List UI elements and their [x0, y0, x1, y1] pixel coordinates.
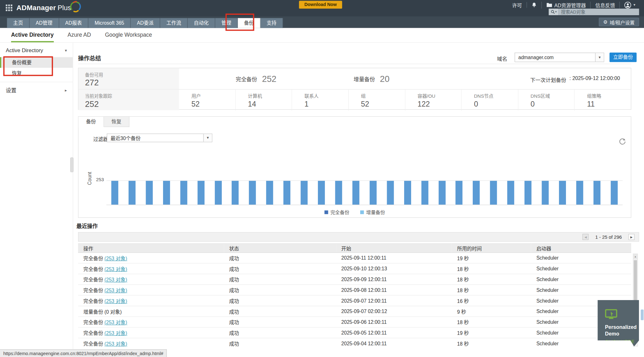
column-header-启动器[interactable]: 启动器 — [531, 243, 631, 253]
apps-grid-icon[interactable] — [6, 4, 13, 12]
scroll-up-icon[interactable]: ▲ — [633, 254, 637, 259]
chart-legend: 完全备份增量备份 — [78, 209, 631, 215]
sidebar-item-恢复[interactable]: 恢复 — [0, 68, 73, 78]
bar-23 — [490, 181, 497, 205]
table-row: 增量备份 (0 对象)成功2025-09-07 02:00:129 秒Sched… — [78, 306, 631, 317]
cell-start-time: 2025-09-09 12:00:11 — [336, 274, 452, 285]
recent-operations-title: 最近操作 — [76, 222, 98, 230]
logo-primary: ADManager — [16, 4, 56, 12]
column-header-开始[interactable]: 开始 — [336, 243, 452, 253]
object-count-label: 计算机 — [248, 92, 292, 99]
chart-card: 备份恢复 过滤器 最近30个备份 ▼ Count 253 完全备份增量备份 — [78, 116, 631, 218]
legend-item-完全备份: 完全备份 — [324, 209, 349, 215]
table-row: 完全备份 (253 对象)成功2025-09-07 12:00:1116 秒Sc… — [78, 295, 631, 306]
page-title: 操作总结 — [78, 54, 101, 62]
object-count-组策略: 组策略11 — [574, 89, 631, 110]
bar-26 — [542, 181, 549, 205]
bar-19 — [421, 181, 428, 205]
chart-tab-备份[interactable]: 备份 — [78, 117, 104, 127]
object-count-label: 联系人 — [304, 92, 348, 99]
cell-initiator: Scheduler — [531, 285, 631, 295]
account-menu[interactable]: ▾ — [620, 2, 640, 9]
filter-select[interactable]: 最近30个备份 ▼ — [107, 133, 212, 142]
subnav-tab-Azure AD[interactable]: Azure AD — [68, 28, 91, 43]
nav-tab-自动化[interactable]: 自动化 — [188, 18, 215, 28]
license-link[interactable]: 许可 — [507, 2, 526, 9]
object-count-联系人: 联系人1 — [292, 89, 348, 110]
object-count-value: 14 — [248, 100, 292, 108]
objects-link[interactable]: (253 对象) — [105, 330, 127, 336]
nav-tab-工作流[interactable]: 工作流 — [160, 18, 188, 28]
objects-link[interactable]: (253 对象) — [105, 277, 127, 283]
objects-link[interactable]: (253 对象) — [105, 266, 127, 272]
subnav-tab-Google Workspace[interactable]: Google Workspace — [105, 28, 152, 43]
objects-link[interactable]: (253 对象) — [105, 341, 127, 347]
operations-table-wrap: 操作状态开始所用的时间启动器 完全备份 (253 对象)成功2025-09-11… — [78, 243, 631, 346]
sidebar-item-settings[interactable]: 设置 ▸ — [0, 82, 73, 98]
nav-tab-备份[interactable]: 备份 — [238, 18, 261, 28]
status-bar-url: https://demo.manageengine.com.cn:8021/rm… — [0, 349, 167, 357]
prev-page-button[interactable]: ◀ — [583, 234, 589, 240]
operation-type: 完全备份 — [83, 266, 105, 272]
search-input[interactable] — [559, 9, 639, 15]
nav-tab-管理[interactable]: 管理 — [215, 18, 238, 28]
edge-scroll-tab[interactable] — [641, 310, 644, 320]
feedback-link[interactable]: 信息反馈 — [590, 2, 619, 9]
bar-chart — [111, 181, 618, 205]
bar-4 — [163, 181, 170, 205]
nav-tab-支持[interactable]: 支持 — [260, 18, 283, 28]
cell-start-time: 2025-09-06 12:00:11 — [336, 317, 452, 327]
legend-item-增量备份: 增量备份 — [360, 209, 385, 215]
cell-duration: 18 秒 — [452, 338, 531, 347]
scrollbar-thumb[interactable] — [634, 260, 637, 301]
operation-type: 增量备份 (0 对象) — [83, 309, 122, 315]
cell-duration: 19 秒 — [452, 253, 531, 263]
objects-link[interactable]: (253 对象) — [105, 299, 127, 304]
nav-tab-Microsoft 365[interactable]: Microsoft 365 — [88, 18, 131, 28]
demo-line1: Personalized — [605, 324, 637, 330]
personalized-demo-widget[interactable]: Personalized Demo CLICK HERE — [598, 300, 639, 347]
cell-start-time: 2025-09-07 12:00:11 — [336, 295, 452, 306]
bar-17 — [387, 181, 394, 205]
operations-table: 操作状态开始所用的时间启动器 完全备份 (253 对象)成功2025-09-11… — [78, 243, 631, 346]
nav-tab-AD报表[interactable]: AD报表 — [59, 18, 88, 28]
bar-18 — [404, 181, 411, 205]
resource-manager-link[interactable]: AD资源管理器 — [541, 2, 591, 9]
object-count-label: DNS区域 — [531, 92, 574, 99]
bar-6 — [197, 181, 204, 205]
column-header-状态[interactable]: 状态 — [224, 243, 336, 253]
domain-select[interactable]: admanager.com ▼ — [515, 52, 604, 62]
column-header-操作[interactable]: 操作 — [78, 243, 224, 253]
operation-type: 完全备份 — [83, 288, 105, 293]
objects-tracked-stat: 当前对象跟踪 252 — [78, 89, 179, 110]
bar-2 — [129, 181, 136, 205]
subnav-tab-Active Directory[interactable]: Active Directory — [11, 28, 54, 43]
objects-link[interactable]: (253 对象) — [105, 320, 127, 325]
chart-tab-恢复[interactable]: 恢复 — [104, 117, 130, 127]
objects-link[interactable]: (253 对象) — [105, 255, 127, 261]
nav-tab-AD委派[interactable]: AD委派 — [131, 18, 160, 28]
header-search: ▾ — [549, 9, 639, 15]
cell-status: 成功 — [224, 338, 336, 347]
objects-link[interactable]: (253 对象) — [105, 288, 127, 293]
domain-tenant-settings-button[interactable]: ⚙ 域/租户设置 — [598, 18, 639, 26]
backup-now-button[interactable]: 立即备份 — [610, 52, 637, 62]
search-scope-button[interactable]: ▾ — [549, 9, 558, 15]
refresh-icon[interactable] — [619, 138, 625, 145]
nav-tab-AD管理[interactable]: AD管理 — [30, 18, 59, 28]
object-count-计算机: 计算机14 — [235, 89, 292, 110]
cell-operation: 完全备份 (253 对象) — [78, 263, 224, 274]
bar-11 — [283, 181, 290, 205]
sidebar-group-active-directory[interactable]: Active Directory ▾ — [0, 43, 73, 57]
next-scheduled-backup: 下一次计划备份 : 2025-09-12 12:00:00 — [530, 76, 620, 83]
cell-status: 成功 — [224, 295, 336, 306]
next-page-button[interactable]: ▶ — [629, 234, 635, 240]
cell-operation: 完全备份 (253 对象) — [78, 327, 224, 338]
nav-tab-主页[interactable]: 主页 — [7, 18, 30, 28]
download-now-button[interactable]: Download Now — [299, 1, 342, 9]
operation-type: 完全备份 — [83, 320, 105, 325]
column-header-所用的时间[interactable]: 所用的时间 — [452, 243, 531, 253]
bar-1 — [111, 181, 118, 205]
sidebar-item-备份概要[interactable]: 备份概要 — [0, 57, 73, 68]
notifications-button[interactable] — [526, 2, 541, 8]
